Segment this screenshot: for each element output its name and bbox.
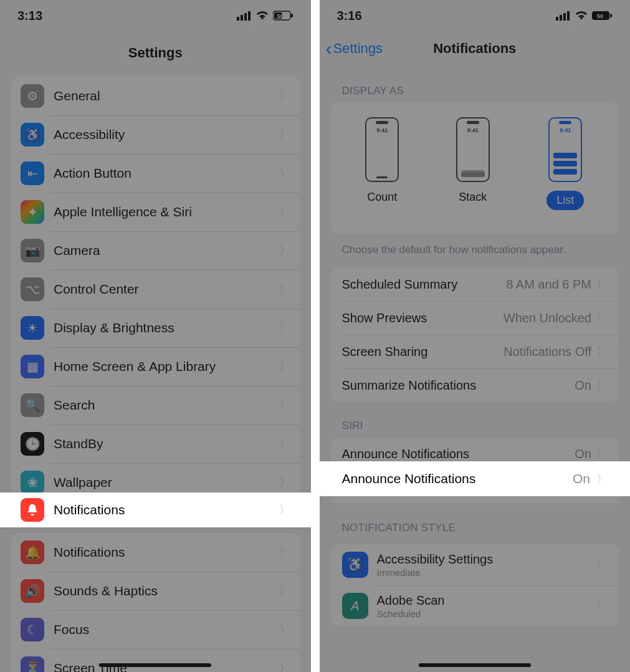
display-as-card: 9:41Count9:41Stack9:41List — [331, 102, 619, 234]
action-button-row[interactable]: ⇤Action Button〉 — [11, 154, 300, 193]
chevron-right-icon: 〉 — [596, 277, 608, 292]
page-title: Settings — [0, 31, 311, 77]
sounds-haptics-row[interactable]: 🔊Sounds & Haptics〉 — [11, 572, 300, 610]
apple-intelligence-siri-row[interactable]: ✦Apple Intelligence & Siri〉 — [11, 193, 300, 231]
display-brightness-row[interactable]: ☀Display & Brightness〉 — [11, 309, 300, 347]
app-adobe-scan-icon: 𝘈 — [342, 593, 368, 619]
focus-row[interactable]: ☾Focus〉 — [11, 610, 300, 649]
notifications-row[interactable]: 🔔Notifications〉 — [11, 533, 300, 572]
action-button-row-icon: ⇤ — [21, 161, 44, 185]
home-indicator — [419, 663, 531, 667]
app-adobe-scan-label: Adobe Scan — [377, 593, 597, 608]
scheduled-summary-row-label: Scheduled Summary — [342, 277, 507, 292]
control-center-row[interactable]: ⌥Control Center〉 — [11, 270, 300, 309]
chevron-right-icon: 〉 — [279, 622, 290, 637]
display-as-count[interactable]: 9:41Count — [365, 117, 399, 210]
notifications-settings-screen: 3:16 50 ‹ Settings Notifications DISPLAY… — [318, 0, 631, 672]
search-row-label: Search — [54, 398, 279, 413]
chevron-right-icon: 〉 — [279, 661, 290, 672]
chevron-right-icon: 〉 — [596, 557, 608, 572]
focus-row-icon: ☾ — [21, 618, 44, 641]
apple-intelligence-siri-row-icon: ✦ — [21, 200, 44, 224]
chevron-right-icon: 〉 — [279, 359, 290, 374]
display-as-stack[interactable]: 9:41Stack — [456, 117, 490, 210]
accessibility-row[interactable]: ♿Accessibility〉 — [11, 115, 300, 154]
scheduled-summary-row-value: 8 AM and 6 PM — [506, 277, 591, 292]
display-as-note: Choose the default for how notifications… — [320, 234, 631, 256]
chevron-right-icon: 〉 — [279, 545, 290, 560]
app-accessibility-settings-sub: Immediate — [377, 567, 597, 578]
wifi-icon — [575, 11, 588, 21]
display-as-list-label: List — [546, 191, 584, 210]
nav-bar: ‹ Settings Notifications — [320, 31, 631, 67]
svg-text:50: 50 — [277, 13, 283, 19]
search-row[interactable]: 🔍Search〉 — [11, 386, 300, 425]
display-as-stack-label: Stack — [459, 191, 487, 204]
app-adobe-scan-sub: Scheduled — [377, 608, 597, 619]
cellular-icon — [237, 11, 252, 21]
chevron-right-icon: 〉 — [279, 436, 290, 451]
camera-row[interactable]: 📷Camera〉 — [11, 231, 300, 270]
wallpaper-row[interactable]: ❀Wallpaper〉 — [11, 463, 300, 502]
accessibility-row-icon: ♿ — [21, 123, 44, 146]
page-title: Notifications — [320, 41, 631, 57]
scheduled-summary-row[interactable]: Scheduled Summary8 AM and 6 PM〉 — [331, 267, 619, 301]
show-previews-row-label: Show Previews — [342, 311, 504, 325]
status-bar: 3:13 50 — [0, 0, 311, 31]
siri-header: SIRI — [320, 402, 631, 437]
general-row-icon: ⚙ — [21, 84, 44, 108]
display-as-list[interactable]: 9:41List — [546, 117, 584, 210]
chevron-right-icon: 〉 — [279, 475, 290, 490]
siri-suggestions-row[interactable]: Siri Suggestions〉 — [331, 471, 619, 504]
announce-notifications-row-label: Announce Notifications — [342, 447, 575, 461]
display-as-list-preview: 9:41 — [548, 117, 582, 182]
wallpaper-row-label: Wallpaper — [54, 475, 279, 490]
standby-row-icon: 🕒 — [21, 432, 44, 456]
control-center-row-icon: ⌥ — [21, 277, 44, 301]
home-indicator — [99, 663, 211, 667]
siri-options: Announce NotificationsOn〉Siri Suggestion… — [331, 437, 619, 504]
screen-time-row-icon: ⏳ — [21, 656, 44, 672]
app-accessibility-settings[interactable]: ♿Accessibility SettingsImmediate〉 — [331, 544, 619, 585]
app-adobe-scan[interactable]: 𝘈Adobe ScanScheduled〉 — [331, 585, 619, 626]
notifications-row-label: Notifications — [54, 545, 279, 560]
app-accessibility-settings-icon: ♿ — [342, 552, 368, 578]
home-screen-row[interactable]: ▦Home Screen & App Library〉 — [11, 347, 300, 386]
display-as-count-preview: 9:41 — [365, 117, 399, 182]
settings-group-1: ⚙General〉♿Accessibility〉⇤Action Button〉✦… — [11, 77, 300, 502]
announce-notifications-row[interactable]: Announce NotificationsOn〉 — [331, 437, 619, 471]
chevron-right-icon: 〉 — [596, 598, 608, 613]
chevron-right-icon: 〉 — [279, 243, 290, 258]
summarize-notifications-row[interactable]: Summarize NotificationsOn〉 — [331, 368, 619, 402]
notification-style-apps: ♿Accessibility SettingsImmediate〉𝘈Adobe … — [331, 544, 619, 626]
camera-row-icon: 📷 — [21, 239, 44, 262]
svg-rect-6 — [291, 14, 293, 17]
svg-rect-0 — [237, 17, 239, 21]
battery-icon: 50 — [592, 11, 613, 21]
chevron-right-icon: 〉 — [279, 398, 290, 413]
screen-time-row[interactable]: ⏳Screen Time〉 — [11, 649, 300, 672]
camera-row-label: Camera — [54, 243, 279, 258]
show-previews-row[interactable]: Show PreviewsWhen Unlocked〉 — [331, 301, 619, 335]
app-accessibility-settings-label: Accessibility Settings — [377, 552, 597, 567]
chevron-right-icon: 〉 — [279, 89, 290, 103]
svg-rect-3 — [248, 11, 251, 21]
accessibility-row-label: Accessibility — [54, 127, 279, 142]
screen-sharing-row[interactable]: Screen SharingNotifications Off〉 — [331, 335, 619, 368]
status-time: 3:13 — [17, 9, 42, 23]
notifications-options: Scheduled Summary8 AM and 6 PM〉Show Prev… — [331, 267, 619, 402]
standby-row[interactable]: 🕒StandBy〉 — [11, 425, 300, 463]
summarize-notifications-row-value: On — [575, 378, 591, 393]
display-brightness-row-icon: ☀ — [21, 316, 44, 340]
chevron-right-icon: 〉 — [596, 446, 608, 461]
notifications-row-icon: 🔔 — [21, 540, 44, 564]
svg-text:50: 50 — [597, 13, 603, 19]
control-center-row-label: Control Center — [54, 282, 279, 297]
svg-rect-11 — [567, 11, 570, 21]
svg-rect-10 — [563, 13, 566, 21]
search-row-icon: 🔍 — [21, 393, 44, 417]
status-bar: 3:16 50 — [320, 0, 631, 31]
standby-row-label: StandBy — [54, 436, 279, 451]
svg-rect-1 — [241, 15, 243, 21]
general-row[interactable]: ⚙General〉 — [11, 77, 300, 115]
